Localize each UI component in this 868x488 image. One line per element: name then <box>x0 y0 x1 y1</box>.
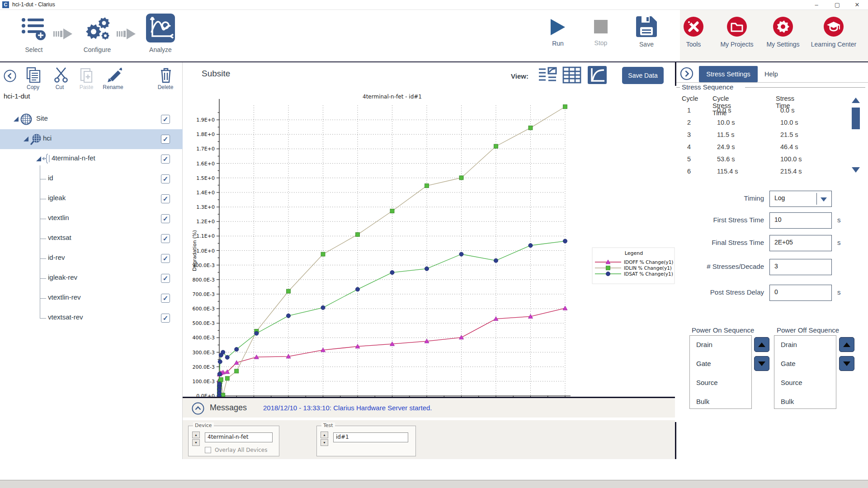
list-item-bulk[interactable]: Bulk <box>774 393 836 412</box>
graph-view-icon[interactable] <box>588 66 607 84</box>
svg-text:500.0E-3: 500.0E-3 <box>193 320 215 326</box>
power-off-list[interactable]: DrainGateSourceBulk <box>774 335 836 409</box>
tree-item-checkbox[interactable]: ✓ <box>161 294 170 303</box>
list-item-gate[interactable]: Gate <box>774 355 836 374</box>
table-view-icon[interactable] <box>562 66 581 84</box>
title-bar: C hci-1-dut - Clarius – ▢ ✕ <box>0 0 868 10</box>
power-on-down-button[interactable] <box>754 356 769 371</box>
tree-item-id[interactable]: id✓ <box>0 169 183 189</box>
device-label: Device <box>193 422 214 428</box>
tools-button[interactable]: Tools <box>676 16 711 48</box>
scrollbar-thumb[interactable] <box>852 108 860 129</box>
my-settings-label: My Settings <box>761 41 805 48</box>
scroll-up-icon[interactable] <box>852 98 860 103</box>
delete-trash-icon[interactable] <box>159 67 173 85</box>
report-view-icon[interactable] <box>538 66 557 84</box>
tree-item-checkbox[interactable]: ✓ <box>161 214 170 223</box>
configure-step-button[interactable]: Configure <box>81 14 113 53</box>
svg-text:1.4E+0: 1.4E+0 <box>196 190 215 196</box>
field-input-3[interactable]: 3 <box>769 259 832 275</box>
maximize-button[interactable]: ▢ <box>827 0 847 10</box>
tree-item-igleak[interactable]: igleak✓ <box>0 189 183 209</box>
field-input-4[interactable]: 0 <box>769 285 832 301</box>
tree-item-checkbox[interactable]: ✓ <box>161 314 170 323</box>
tree-item-checkbox[interactable]: ✓ <box>161 155 170 164</box>
messages-expand-icon[interactable] <box>192 402 204 417</box>
power-on-up-button[interactable] <box>754 337 769 352</box>
list-item-drain[interactable]: Drain <box>774 336 836 355</box>
arrow-down-icon <box>758 361 765 366</box>
main-toolbar: Select Configure Analyze Run Stop Save T… <box>0 10 868 62</box>
test-field[interactable]: id#1 <box>333 432 408 442</box>
tree-item-label: vtextsat-rev <box>48 313 83 321</box>
save-button[interactable]: Save <box>633 16 660 48</box>
power-off-up-button[interactable] <box>839 337 854 352</box>
my-settings-button[interactable]: My Settings <box>761 16 805 48</box>
table-row[interactable]: 311.5 s21.5 s <box>676 131 848 143</box>
tree-item-checkbox[interactable]: ✓ <box>161 135 170 144</box>
device-field[interactable]: 4terminal-n-fet <box>205 432 273 442</box>
tree-item-vtextlin-rev[interactable]: vtextlin-rev✓ <box>0 288 183 308</box>
field-input-2[interactable]: 2E+05 <box>769 235 832 251</box>
tree-item-id-rev[interactable]: id-rev✓ <box>0 249 183 268</box>
tree-item-checkbox[interactable]: ✓ <box>161 234 170 243</box>
rename-pencil-icon[interactable] <box>107 67 123 85</box>
field-input-1[interactable]: 10 <box>769 212 832 229</box>
collapse-panel-icon[interactable] <box>4 70 16 84</box>
tab-stress-settings[interactable]: Stress Settings <box>699 66 758 82</box>
tree-item-checkbox[interactable]: ✓ <box>161 254 170 263</box>
timing-dropdown[interactable]: Log <box>769 191 832 207</box>
tree-item-checkbox[interactable]: ✓ <box>161 274 170 283</box>
tree-item-hci[interactable]: hci✓ <box>0 129 183 149</box>
svg-text:700.0E-3: 700.0E-3 <box>193 291 215 297</box>
table-row[interactable]: 210.0 s10.0 s <box>676 119 848 131</box>
select-step-button[interactable]: Select <box>18 14 50 53</box>
expand-panel-icon[interactable] <box>680 67 693 82</box>
device-spin-down[interactable]: ▼ <box>192 439 200 446</box>
list-item-gate[interactable]: Gate <box>690 355 751 374</box>
overlay-all-devices-checkbox[interactable] <box>205 447 211 453</box>
table-row[interactable]: 424.9 s46.4 s <box>676 143 848 155</box>
copy-icon[interactable] <box>26 67 41 85</box>
tree-connector-dash <box>40 179 46 179</box>
table-row[interactable]: 553.6 s100.0 s <box>676 155 848 167</box>
tree-item-4terminal-n-fet[interactable]: 4terminal-n-fet✓ <box>0 149 183 169</box>
expander-icon[interactable] <box>14 117 19 122</box>
list-item-bulk[interactable]: Bulk <box>690 393 751 412</box>
close-button[interactable]: ✕ <box>847 0 867 10</box>
tab-help[interactable]: Help <box>758 66 785 82</box>
stress-sequence-title: Stress Sequence <box>682 83 733 91</box>
expander-icon[interactable] <box>24 136 28 141</box>
minimize-button[interactable]: – <box>807 0 826 10</box>
list-item-source[interactable]: Source <box>690 374 751 393</box>
device-spin-up[interactable]: ▲ <box>192 432 200 438</box>
expander-icon[interactable] <box>36 156 41 161</box>
learning-center-button[interactable]: Learning Center <box>807 16 860 48</box>
test-spin-down[interactable]: ▼ <box>321 439 328 446</box>
tree-item-checkbox[interactable]: ✓ <box>161 174 170 183</box>
save-data-button[interactable]: Save Data <box>622 67 664 84</box>
my-projects-button[interactable]: My Projects <box>715 16 759 48</box>
power-off-down-button[interactable] <box>839 356 854 371</box>
run-button[interactable]: Run <box>544 18 571 47</box>
tree-item-vtextsat-rev[interactable]: vtextsat-rev✓ <box>0 308 183 328</box>
cut-icon[interactable] <box>53 67 69 85</box>
tree-item-vtextlin[interactable]: vtextlin✓ <box>0 209 183 229</box>
tree-item-vtextsat[interactable]: vtextsat✓ <box>0 229 183 249</box>
chevron-down-icon[interactable] <box>821 197 827 202</box>
analyze-step-button[interactable]: Analyze <box>145 14 176 53</box>
power-on-list[interactable]: DrainGateSourceBulk <box>689 335 752 409</box>
table-row[interactable]: 6115.4 s215.4 s <box>676 168 848 179</box>
test-spin-up[interactable]: ▲ <box>321 432 328 438</box>
delete-label: Delete <box>150 84 181 90</box>
scroll-down-icon[interactable] <box>852 167 860 173</box>
list-item-source[interactable]: Source <box>774 374 836 393</box>
tree-item-Site[interactable]: Site✓ <box>0 109 183 129</box>
list-item-drain[interactable]: Drain <box>690 336 751 355</box>
save-label: Save <box>633 41 660 48</box>
tree-item-checkbox[interactable]: ✓ <box>161 115 170 124</box>
arrow-up-icon <box>758 343 765 347</box>
tree-item-checkbox[interactable]: ✓ <box>161 194 170 203</box>
tree-item-igleak-rev[interactable]: igleak-rev✓ <box>0 268 183 288</box>
table-row[interactable]: 10.0 s0.0 s <box>676 107 848 118</box>
